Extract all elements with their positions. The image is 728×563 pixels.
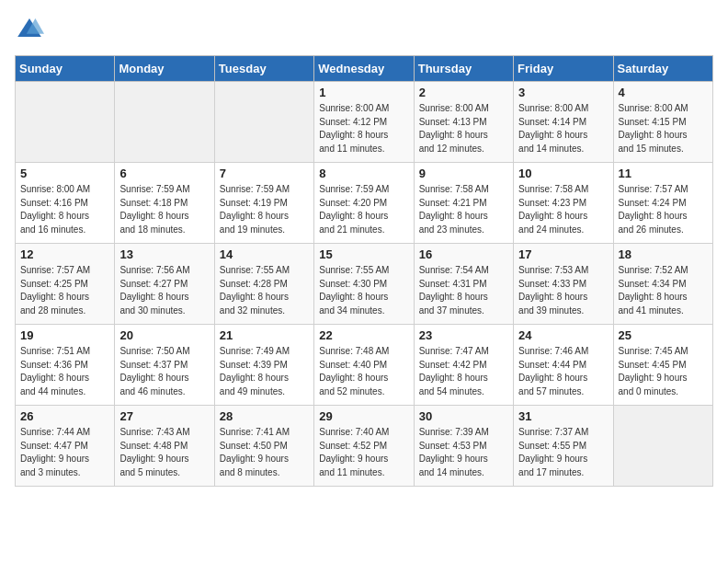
calendar-cell bbox=[214, 82, 313, 163]
day-info: Sunrise: 7:40 AM Sunset: 4:52 PM Dayligh… bbox=[319, 426, 408, 479]
calendar-cell bbox=[613, 406, 712, 487]
day-info: Sunrise: 7:48 AM Sunset: 4:40 PM Dayligh… bbox=[319, 345, 408, 398]
calendar-cell: 5Sunrise: 8:00 AM Sunset: 4:16 PM Daylig… bbox=[16, 163, 115, 244]
day-info: Sunrise: 7:50 AM Sunset: 4:37 PM Dayligh… bbox=[119, 345, 209, 398]
day-number: 31 bbox=[518, 409, 608, 423]
day-info: Sunrise: 7:55 AM Sunset: 4:30 PM Dayligh… bbox=[319, 264, 408, 317]
day-info: Sunrise: 7:43 AM Sunset: 4:48 PM Dayligh… bbox=[119, 426, 209, 479]
logo-icon bbox=[15, 15, 44, 44]
day-info: Sunrise: 7:58 AM Sunset: 4:23 PM Dayligh… bbox=[518, 183, 608, 236]
calendar-week-row: 1Sunrise: 8:00 AM Sunset: 4:12 PM Daylig… bbox=[16, 82, 713, 163]
calendar-week-row: 19Sunrise: 7:51 AM Sunset: 4:36 PM Dayli… bbox=[16, 325, 713, 406]
header-row: SundayMondayTuesdayWednesdayThursdayFrid… bbox=[16, 56, 713, 82]
calendar-week-row: 12Sunrise: 7:57 AM Sunset: 4:25 PM Dayli… bbox=[16, 244, 713, 325]
day-number: 25 bbox=[619, 328, 708, 342]
day-number: 20 bbox=[119, 328, 209, 342]
calendar-cell: 19Sunrise: 7:51 AM Sunset: 4:36 PM Dayli… bbox=[16, 325, 115, 406]
day-info: Sunrise: 8:00 AM Sunset: 4:15 PM Dayligh… bbox=[619, 102, 708, 155]
calendar-cell: 28Sunrise: 7:41 AM Sunset: 4:50 PM Dayli… bbox=[214, 406, 313, 487]
day-info: Sunrise: 7:49 AM Sunset: 4:39 PM Dayligh… bbox=[220, 345, 309, 398]
day-info: Sunrise: 7:58 AM Sunset: 4:21 PM Dayligh… bbox=[419, 183, 508, 236]
day-number: 17 bbox=[518, 247, 608, 261]
calendar-cell: 18Sunrise: 7:52 AM Sunset: 4:34 PM Dayli… bbox=[613, 244, 712, 325]
header-day: Saturday bbox=[613, 56, 712, 82]
calendar-cell: 20Sunrise: 7:50 AM Sunset: 4:37 PM Dayli… bbox=[115, 325, 214, 406]
calendar-cell: 14Sunrise: 7:55 AM Sunset: 4:28 PM Dayli… bbox=[214, 244, 313, 325]
calendar-cell: 3Sunrise: 8:00 AM Sunset: 4:14 PM Daylig… bbox=[514, 82, 613, 163]
day-number: 26 bbox=[20, 409, 109, 423]
day-number: 13 bbox=[119, 247, 209, 261]
day-info: Sunrise: 7:57 AM Sunset: 4:25 PM Dayligh… bbox=[20, 264, 109, 317]
day-number: 28 bbox=[220, 409, 309, 423]
day-number: 22 bbox=[319, 328, 408, 342]
day-number: 19 bbox=[20, 328, 109, 342]
header-day: Thursday bbox=[414, 56, 513, 82]
day-number: 3 bbox=[518, 86, 608, 99]
calendar-cell: 1Sunrise: 8:00 AM Sunset: 4:12 PM Daylig… bbox=[314, 82, 414, 163]
calendar-cell: 23Sunrise: 7:47 AM Sunset: 4:42 PM Dayli… bbox=[414, 325, 513, 406]
calendar-cell: 22Sunrise: 7:48 AM Sunset: 4:40 PM Dayli… bbox=[314, 325, 414, 406]
calendar-table: SundayMondayTuesdayWednesdayThursdayFrid… bbox=[15, 55, 713, 487]
day-number: 7 bbox=[220, 167, 309, 180]
calendar-cell: 8Sunrise: 7:59 AM Sunset: 4:20 PM Daylig… bbox=[314, 163, 414, 244]
day-number: 11 bbox=[619, 167, 708, 180]
day-number: 18 bbox=[619, 247, 708, 261]
day-info: Sunrise: 7:51 AM Sunset: 4:36 PM Dayligh… bbox=[20, 345, 109, 398]
day-info: Sunrise: 7:54 AM Sunset: 4:31 PM Dayligh… bbox=[419, 264, 508, 317]
calendar-cell: 6Sunrise: 7:59 AM Sunset: 4:18 PM Daylig… bbox=[115, 163, 214, 244]
calendar-cell: 24Sunrise: 7:46 AM Sunset: 4:44 PM Dayli… bbox=[514, 325, 613, 406]
day-info: Sunrise: 8:00 AM Sunset: 4:12 PM Dayligh… bbox=[319, 102, 408, 155]
calendar-cell: 17Sunrise: 7:53 AM Sunset: 4:33 PM Dayli… bbox=[514, 244, 613, 325]
calendar-cell: 26Sunrise: 7:44 AM Sunset: 4:47 PM Dayli… bbox=[16, 406, 115, 487]
day-number: 2 bbox=[419, 86, 508, 99]
day-info: Sunrise: 7:56 AM Sunset: 4:27 PM Dayligh… bbox=[119, 264, 209, 317]
day-info: Sunrise: 7:46 AM Sunset: 4:44 PM Dayligh… bbox=[518, 345, 608, 398]
page-header bbox=[15, 15, 713, 44]
calendar-cell: 4Sunrise: 8:00 AM Sunset: 4:15 PM Daylig… bbox=[613, 82, 712, 163]
day-info: Sunrise: 7:44 AM Sunset: 4:47 PM Dayligh… bbox=[20, 426, 109, 479]
day-number: 1 bbox=[319, 86, 408, 99]
calendar-cell: 29Sunrise: 7:40 AM Sunset: 4:52 PM Dayli… bbox=[314, 406, 414, 487]
day-number: 16 bbox=[419, 247, 508, 261]
calendar-cell: 9Sunrise: 7:58 AM Sunset: 4:21 PM Daylig… bbox=[414, 163, 513, 244]
calendar-cell bbox=[115, 82, 214, 163]
day-number: 23 bbox=[419, 328, 508, 342]
day-info: Sunrise: 7:37 AM Sunset: 4:55 PM Dayligh… bbox=[518, 426, 608, 479]
calendar-cell: 21Sunrise: 7:49 AM Sunset: 4:39 PM Dayli… bbox=[214, 325, 313, 406]
day-info: Sunrise: 8:00 AM Sunset: 4:13 PM Dayligh… bbox=[419, 102, 508, 155]
day-info: Sunrise: 7:55 AM Sunset: 4:28 PM Dayligh… bbox=[220, 264, 309, 317]
header-day: Sunday bbox=[16, 56, 115, 82]
day-number: 9 bbox=[419, 167, 508, 180]
day-info: Sunrise: 7:59 AM Sunset: 4:18 PM Dayligh… bbox=[119, 183, 209, 236]
calendar-cell: 2Sunrise: 8:00 AM Sunset: 4:13 PM Daylig… bbox=[414, 82, 513, 163]
header-day: Tuesday bbox=[214, 56, 313, 82]
calendar-cell: 11Sunrise: 7:57 AM Sunset: 4:24 PM Dayli… bbox=[613, 163, 712, 244]
calendar-cell: 12Sunrise: 7:57 AM Sunset: 4:25 PM Dayli… bbox=[16, 244, 115, 325]
day-number: 6 bbox=[119, 167, 209, 180]
header-day: Friday bbox=[514, 56, 613, 82]
calendar-cell: 13Sunrise: 7:56 AM Sunset: 4:27 PM Dayli… bbox=[115, 244, 214, 325]
day-number: 27 bbox=[119, 409, 209, 423]
day-number: 10 bbox=[518, 167, 608, 180]
calendar-cell: 16Sunrise: 7:54 AM Sunset: 4:31 PM Dayli… bbox=[414, 244, 513, 325]
day-info: Sunrise: 7:59 AM Sunset: 4:19 PM Dayligh… bbox=[220, 183, 309, 236]
calendar-cell: 27Sunrise: 7:43 AM Sunset: 4:48 PM Dayli… bbox=[115, 406, 214, 487]
day-info: Sunrise: 7:39 AM Sunset: 4:53 PM Dayligh… bbox=[419, 426, 508, 479]
day-info: Sunrise: 7:57 AM Sunset: 4:24 PM Dayligh… bbox=[619, 183, 708, 236]
calendar-cell: 15Sunrise: 7:55 AM Sunset: 4:30 PM Dayli… bbox=[314, 244, 414, 325]
day-number: 14 bbox=[220, 247, 309, 261]
day-info: Sunrise: 7:59 AM Sunset: 4:20 PM Dayligh… bbox=[319, 183, 408, 236]
day-number: 12 bbox=[20, 247, 109, 261]
day-info: Sunrise: 7:52 AM Sunset: 4:34 PM Dayligh… bbox=[619, 264, 708, 317]
day-number: 4 bbox=[619, 86, 708, 99]
day-number: 5 bbox=[20, 167, 109, 180]
day-number: 15 bbox=[319, 247, 408, 261]
day-number: 30 bbox=[419, 409, 508, 423]
calendar-cell: 25Sunrise: 7:45 AM Sunset: 4:45 PM Dayli… bbox=[613, 325, 712, 406]
header-day: Monday bbox=[115, 56, 214, 82]
day-number: 8 bbox=[319, 167, 408, 180]
day-info: Sunrise: 7:45 AM Sunset: 4:45 PM Dayligh… bbox=[619, 345, 708, 398]
calendar-header: SundayMondayTuesdayWednesdayThursdayFrid… bbox=[16, 56, 713, 82]
logo bbox=[15, 15, 48, 44]
day-info: Sunrise: 8:00 AM Sunset: 4:14 PM Dayligh… bbox=[518, 102, 608, 155]
